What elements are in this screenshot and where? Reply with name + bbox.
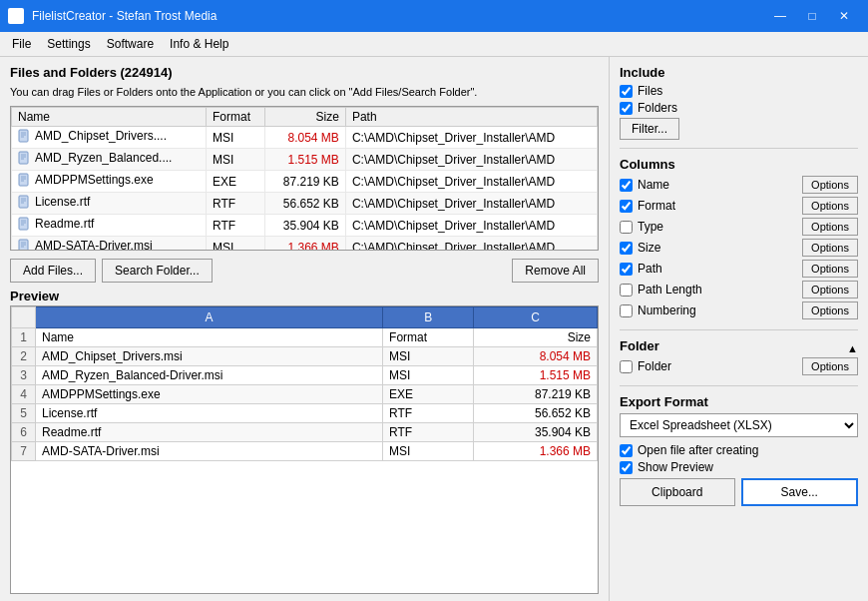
minimize-button[interactable]: — [764, 6, 796, 26]
preview-a-cell: AMD_Chipset_Drivers.msi [36, 347, 383, 366]
col-header-format: Format [207, 108, 265, 127]
col-options-numbering[interactable]: Options [802, 301, 858, 319]
col-label-format: Format [638, 199, 797, 213]
search-folder-button[interactable]: Search Folder... [102, 259, 213, 283]
columns-title: Columns [620, 157, 858, 172]
clipboard-button[interactable]: Clipboard [620, 478, 735, 506]
show-preview-checkbox[interactable] [620, 461, 633, 474]
left-panel: Files and Folders (224914) You can drag … [0, 57, 609, 601]
preview-rownum-cell: 1 [12, 328, 36, 347]
open-after-checkbox[interactable] [620, 444, 633, 457]
preview-col-c: C [474, 307, 598, 328]
preview-a-cell: AMDPPMSettings.exe [36, 385, 383, 404]
table-row: AMD-SATA-Driver.msi MSI 1.366 MB C:\AMD\… [12, 237, 598, 252]
columns-list: Name Options Format Options Type Options… [620, 176, 858, 321]
show-preview-row: Show Preview [620, 460, 858, 474]
col-checkbox-type[interactable] [620, 221, 633, 234]
col-label-size: Size [638, 241, 797, 255]
menu-item-software[interactable]: Software [99, 34, 162, 54]
maximize-button[interactable]: □ [796, 6, 828, 26]
file-format-cell: RTF [207, 215, 265, 237]
include-section: Include Files Folders Filter... [620, 65, 858, 140]
preview-a-cell: Readme.rtf [36, 423, 383, 442]
col-checkbox-path length[interactable] [620, 284, 633, 297]
preview-a-cell: License.rtf [36, 404, 383, 423]
preview-c-cell: 56.652 KB [474, 404, 598, 423]
folders-checkbox-row: Folders [620, 101, 858, 115]
preview-title: Preview [10, 289, 599, 303]
col-options-name[interactable]: Options [802, 176, 858, 194]
export-format-select[interactable]: Excel Spreadsheet (XLSX) CSV TXT HTML [620, 413, 858, 437]
file-size-cell: 35.904 KB [265, 215, 345, 237]
col-checkbox-numbering[interactable] [620, 304, 633, 317]
menu-item-file[interactable]: File [4, 34, 39, 54]
preview-rownum-cell: 3 [12, 366, 36, 385]
file-size-cell: 8.054 MB [265, 127, 345, 149]
file-format-cell: MSI [207, 127, 265, 149]
file-format-cell: RTF [207, 193, 265, 215]
open-after-label: Open file after creating [638, 443, 758, 457]
preview-c-cell: 8.054 MB [474, 347, 598, 366]
col-header-name: Name [12, 108, 207, 127]
folders-checkbox[interactable] [620, 102, 633, 115]
filter-button[interactable]: Filter... [620, 118, 679, 140]
close-button[interactable]: ✕ [828, 6, 860, 26]
file-table: Name Format Size Path AMD_Chipset_Driver… [11, 107, 598, 251]
divider-2 [620, 329, 858, 330]
col-label-type: Type [638, 220, 797, 234]
col-options-path[interactable]: Options [802, 260, 858, 278]
divider-1 [620, 148, 858, 149]
divider-3 [620, 385, 858, 386]
column-row-format: Format Options [620, 197, 858, 215]
file-name-cell: License.rtf [12, 193, 207, 215]
section-desc: You can drag Files or Folders onto the A… [10, 86, 599, 98]
files-label: Files [638, 84, 662, 98]
preview-c-cell: 1.515 MB [474, 366, 598, 385]
preview-row: 3 AMD_Ryzen_Balanced-Driver.msi MSI 1.51… [12, 366, 598, 385]
save-button[interactable]: Save... [741, 478, 859, 506]
col-options-path length[interactable]: Options [802, 281, 858, 299]
folder-row: Folder Options [620, 357, 858, 375]
file-table-container[interactable]: Name Format Size Path AMD_Chipset_Driver… [10, 106, 599, 251]
col-options-format[interactable]: Options [802, 197, 858, 215]
titlebar-controls: — □ ✕ [764, 6, 860, 26]
table-row: Readme.rtf RTF 35.904 KB C:\AMD\Chipset_… [12, 215, 598, 237]
folder-options-button[interactable]: Options [802, 357, 858, 375]
preview-col-rownum [12, 307, 36, 328]
col-checkbox-name[interactable] [620, 179, 633, 192]
col-checkbox-path[interactable] [620, 263, 633, 276]
remove-all-button[interactable]: Remove All [512, 259, 599, 283]
col-options-type[interactable]: Options [802, 218, 858, 236]
preview-c-cell: 35.904 KB [474, 423, 598, 442]
folder-collapse-icon[interactable]: ▲ [847, 342, 858, 354]
preview-table-container[interactable]: A B C 1 Name Format Size 2 AMD_Chipset_D… [10, 305, 599, 594]
table-row: License.rtf RTF 56.652 KB C:\AMD\Chipset… [12, 193, 598, 215]
preview-a-cell: Name [36, 328, 383, 347]
file-size-cell: 1.515 MB [265, 149, 345, 171]
col-options-size[interactable]: Options [802, 239, 858, 257]
files-checkbox[interactable] [620, 85, 633, 98]
col-header-size: Size [265, 108, 345, 127]
column-row-size: Size Options [620, 239, 858, 257]
preview-row: 5 License.rtf RTF 56.652 KB [12, 404, 598, 423]
file-name-cell: Readme.rtf [12, 215, 207, 237]
folder-section: Folder ▲ Folder Options [620, 338, 858, 377]
menu-item-settings[interactable]: Settings [39, 34, 98, 54]
col-checkbox-size[interactable] [620, 242, 633, 255]
folder-checkbox[interactable] [620, 360, 633, 373]
column-row-numbering: Numbering Options [620, 301, 858, 319]
folder-header: Folder ▲ [620, 338, 858, 357]
titlebar-left: FilelistCreator - Stefan Trost Media [8, 8, 217, 24]
folder-label: Folder [638, 359, 797, 373]
file-name-cell: AMDPPMSettings.exe [12, 171, 207, 193]
add-files-button[interactable]: Add Files... [10, 259, 96, 283]
export-title: Export Format [620, 394, 858, 409]
col-checkbox-format[interactable] [620, 200, 633, 213]
preview-section: Preview A B C 1 Name Format Size 2 [10, 287, 599, 594]
file-size-cell: 56.652 KB [265, 193, 345, 215]
preview-col-b: B [383, 307, 474, 328]
svg-rect-4 [19, 130, 28, 142]
menu-item-info-&-help[interactable]: Info & Help [162, 34, 236, 54]
file-path-cell: C:\AMD\Chipset_Driver_Installer\AMD [345, 171, 597, 193]
main-content: Files and Folders (224914) You can drag … [0, 57, 868, 601]
